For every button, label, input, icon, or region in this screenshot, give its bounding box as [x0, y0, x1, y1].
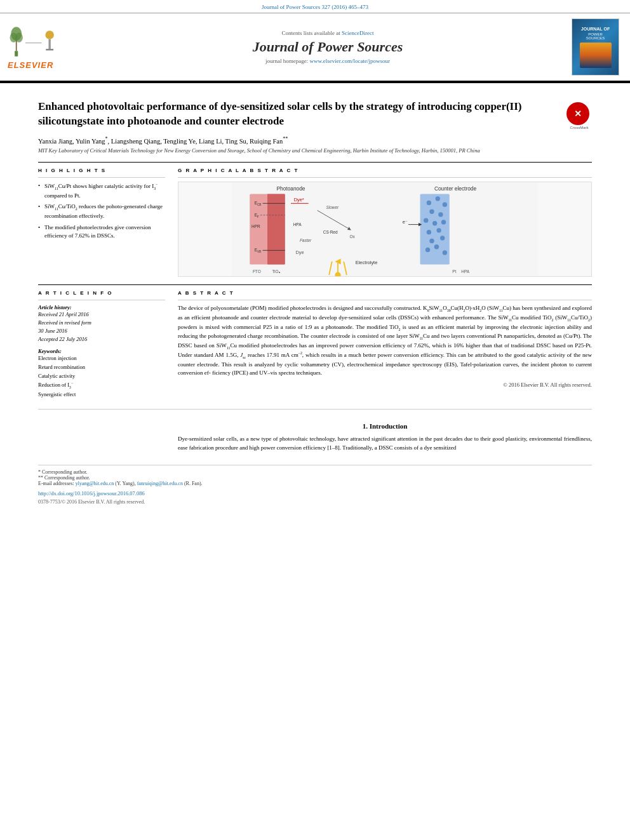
elsevier-tree-icon	[8, 24, 65, 59]
svg-point-38	[438, 213, 443, 217]
crossmark-badge: ✕ CrossMark	[566, 102, 592, 130]
footnotes-section: * Corresponding author. ** Corresponding…	[38, 465, 592, 505]
paper-title: Enhanced photovoltaic performance of dye…	[38, 100, 560, 129]
crossmark-icon: ✕	[566, 102, 589, 125]
svg-point-42	[427, 230, 431, 234]
email-addresses-line: E-mail addresses: ylyang@hit.edu.cn (Y. …	[38, 481, 592, 486]
keyword-1: Electron injection	[38, 354, 165, 363]
svg-rect-6	[48, 39, 50, 50]
svg-point-37	[429, 210, 434, 214]
svg-point-35	[436, 197, 440, 201]
homepage-label: journal homepage:	[265, 58, 308, 64]
svg-text:Counter electrode: Counter electrode	[434, 185, 476, 192]
corresponding-author-2: ** Corresponding author.	[38, 475, 592, 481]
highlights-graphical-section: H I G H L I G H T S SiW11Cu/Pt shows hig…	[38, 162, 592, 277]
history-title: Article history:	[38, 304, 165, 310]
graphical-abstract-label: G R A P H I C A L A B S T R A C T	[178, 168, 592, 173]
keyword-3: Catalytic activity	[38, 372, 165, 381]
svg-text:Dye*: Dye*	[294, 197, 304, 203]
svg-point-47	[434, 244, 439, 249]
svg-text:Dye: Dye	[295, 250, 304, 255]
email-link-fan[interactable]: fanruiqing@hit.edu.cn	[137, 481, 183, 486]
highlights-rule	[38, 177, 165, 178]
intro-right-column: 1. Introduction Dye-sensitized solar cel…	[178, 416, 592, 452]
corresponding-1-text: * Corresponding author.	[38, 469, 88, 475]
elsevier-brand-text: ELSEVIER	[8, 60, 53, 70]
main-content: Enhanced photovoltaic performance of dye…	[0, 83, 630, 517]
intro-left-spacer	[38, 416, 165, 452]
svg-point-48	[443, 251, 447, 255]
affiliation: MIT Key Laboratory of Critical Materials…	[38, 147, 592, 155]
abstract-text: The device of polyoxometalate (POM) modi…	[178, 304, 592, 377]
contents-label: Contents lists available at	[282, 30, 340, 36]
svg-text:HPR: HPR	[251, 225, 260, 229]
accepted-date: Accepted 22 July 2016	[38, 335, 165, 343]
svg-point-36	[443, 203, 447, 207]
section-title: Introduction	[370, 422, 408, 430]
abstract-label: A B S T R A C T	[178, 290, 592, 296]
svg-rect-0	[15, 51, 18, 56]
highlight-item-2: SiW11Cu/TiO2 reduces the pohoto-generate…	[38, 203, 165, 220]
intro-text: Dye-sensitized solar cells, as a new typ…	[178, 435, 592, 452]
highlights-label: H I G H L I G H T S	[38, 168, 165, 173]
article-info-label: A R T I C L E I N F O	[38, 290, 165, 296]
svg-point-4	[15, 33, 23, 43]
journal-ref-text: Journal of Power Sources 327 (2016) 465–…	[262, 4, 368, 10]
received-date: Received 21 April 2016	[38, 310, 165, 319]
keyword-4: Reduction of I3−	[38, 380, 165, 390]
svg-point-43	[436, 229, 441, 233]
svg-point-34	[427, 201, 431, 205]
svg-text:FTO: FTO	[253, 270, 261, 274]
journal-center-info: Contents lists available at ScienceDirec…	[84, 27, 572, 67]
contents-line: Contents lists available at ScienceDirec…	[90, 30, 565, 36]
cover-image: JOURNAL OF POWER SOURCES	[572, 18, 619, 76]
svg-text:Electrolyte: Electrolyte	[356, 260, 378, 266]
highlight-item-1: SiW11Cu/Pt shows higher catalytic activi…	[38, 182, 165, 200]
svg-text:Photoanode: Photoanode	[277, 185, 305, 192]
graphical-abstract-image: Photoanode Counter electrode FTO TiO₂ EC…	[178, 182, 592, 277]
info-abstract-section: A R T I C L E I N F O Article history: R…	[38, 284, 592, 399]
svg-text:HPA: HPA	[461, 270, 470, 274]
graphical-abstract-rule	[178, 177, 592, 178]
doi-link[interactable]: http://dx.doi.org/10.1016/j.jpowsour.201…	[38, 490, 592, 497]
elsevier-logo: ELSEVIER	[8, 24, 84, 70]
email-label: E-mail addresses:	[38, 481, 74, 486]
abstract-copyright: © 2016 Elsevier B.V. All rights reserved…	[178, 382, 592, 388]
intro-heading: 1. Introduction	[178, 422, 592, 430]
highlight-item-3: The modified photoelectrodes give conver…	[38, 223, 165, 241]
journal-homepage-link[interactable]: www.elsevier.com/locate/jpowsour	[310, 58, 390, 64]
section-number: 1.	[363, 422, 368, 430]
svg-text:Slower: Slower	[326, 205, 340, 210]
svg-point-44	[429, 239, 434, 243]
issn-line: 0378-7753/© 2016 Elsevier B.V. All right…	[38, 499, 592, 505]
svg-text:Ox: Ox	[350, 234, 356, 239]
journal-reference: Journal of Power Sources 327 (2016) 465–…	[0, 0, 630, 13]
revised-label: Received in revised form	[38, 319, 165, 327]
introduction-section: 1. Introduction Dye-sensitized solar cel…	[38, 409, 592, 452]
svg-point-45	[440, 236, 445, 241]
intro-layout: 1. Introduction Dye-sensitized solar cel…	[38, 416, 592, 452]
svg-point-5	[45, 30, 54, 39]
svg-rect-7	[46, 49, 53, 51]
graphical-abstract-svg: Photoanode Counter electrode FTO TiO₂ EC…	[178, 182, 591, 276]
email-link-yang[interactable]: ylyang@hit.edu.cn	[76, 481, 114, 486]
keywords-section: Keywords: Electron injection Retard reco…	[38, 348, 165, 399]
highlights-column: H I G H L I G H T S SiW11Cu/Pt shows hig…	[38, 168, 165, 277]
svg-point-41	[441, 220, 446, 225]
article-history: Article history: Received 21 April 2016 …	[38, 304, 165, 343]
abstract-column: A B S T R A C T The device of polyoxomet…	[178, 290, 592, 399]
paper-title-section: Enhanced photovoltaic performance of dye…	[38, 100, 592, 130]
svg-text:CS·Red: CS·Red	[323, 230, 338, 235]
svg-point-40	[432, 221, 437, 225]
keyword-2: Retard recombination	[38, 363, 165, 372]
keyword-5: Synergistic effect	[38, 390, 165, 399]
keywords-title: Keywords:	[38, 348, 165, 354]
svg-text:TiO₂: TiO₂	[272, 270, 280, 274]
authors-line: Yanxia Jiang, Yulin Yang*, Liangsheng Qi…	[38, 136, 592, 145]
svg-text:Pt: Pt	[452, 270, 456, 274]
svg-text:Faster: Faster	[300, 239, 312, 243]
homepage-line: journal homepage: www.elsevier.com/locat…	[90, 58, 565, 64]
sciencedirect-link[interactable]: ScienceDirect	[342, 30, 373, 36]
info-rule	[38, 300, 165, 300]
journal-header: ELSEVIER Contents lists available at Sci…	[0, 13, 630, 82]
